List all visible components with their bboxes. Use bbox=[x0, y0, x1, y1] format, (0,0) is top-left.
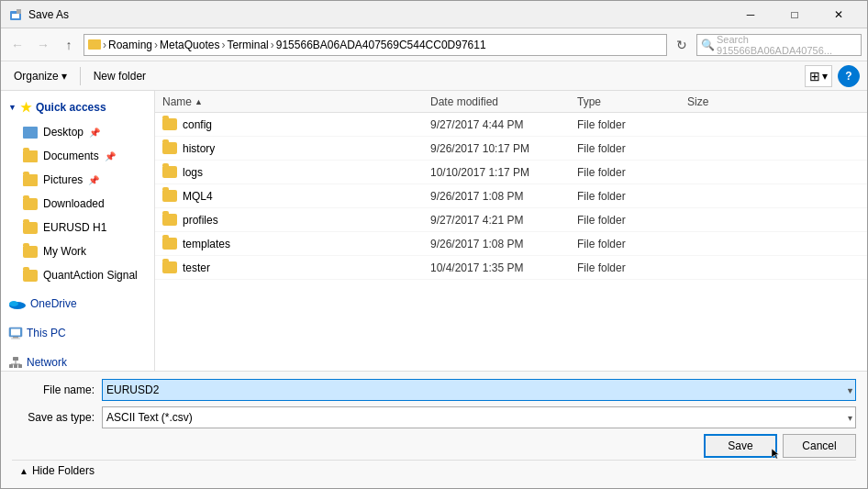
folder-icon bbox=[23, 222, 38, 234]
folder-icon bbox=[162, 238, 177, 250]
file-name-cell: tester bbox=[155, 261, 430, 274]
organize-button[interactable]: Organize ▾ bbox=[8, 65, 72, 87]
quick-access-header[interactable]: ▼ ★ Quick access bbox=[1, 94, 154, 120]
thispc-label: This PC bbox=[27, 327, 66, 339]
sidebar-item-mywork[interactable]: My Work bbox=[1, 239, 154, 263]
sidebar-item-label: QuantAction Signal bbox=[43, 269, 138, 282]
breadcrumb-item bbox=[88, 39, 101, 50]
column-date-header[interactable]: Date modified bbox=[430, 95, 577, 108]
file-name: history bbox=[183, 142, 215, 155]
file-date: 9/26/2017 10:17 PM bbox=[430, 142, 577, 155]
sidebar-item-pictures[interactable]: Pictures 📌 bbox=[1, 168, 154, 192]
table-row[interactable]: MQL4 9/26/2017 1:08 PM File folder bbox=[155, 184, 867, 208]
sidebar-item-documents[interactable]: Documents 📌 bbox=[1, 144, 154, 168]
buttons-row: Save Cancel bbox=[12, 434, 856, 458]
breadcrumb-hash: 915566BA06ADA407569C544CC0D97611 bbox=[276, 39, 486, 51]
refresh-button[interactable]: ↻ bbox=[671, 34, 693, 56]
savetype-select[interactable]: ASCII Text (*.csv) bbox=[102, 406, 856, 428]
pin-icon: 📌 bbox=[89, 128, 100, 138]
bottom-section: File name: ▾ Save as type: ASCII Text (*… bbox=[1, 371, 867, 488]
thispc-item[interactable]: This PC bbox=[1, 320, 154, 346]
svg-marker-15 bbox=[772, 449, 779, 459]
desktop-icon bbox=[23, 127, 38, 139]
address-bar: ← → ↑ › Roaming › MetaQuotes › Terminal … bbox=[1, 28, 867, 61]
file-name: config bbox=[183, 118, 212, 131]
quick-access-section: ▼ ★ Quick access Desktop 📌 Documents 📌 bbox=[1, 94, 154, 287]
forward-button[interactable]: → bbox=[32, 34, 54, 56]
minimize-button[interactable]: ─ bbox=[729, 1, 772, 28]
onedrive-label: OneDrive bbox=[30, 297, 77, 310]
onedrive-item[interactable]: OneDrive bbox=[1, 291, 154, 317]
svg-point-4 bbox=[9, 301, 18, 306]
svg-rect-9 bbox=[13, 357, 18, 361]
file-type: File folder bbox=[577, 190, 687, 203]
table-row[interactable]: logs 10/10/2017 1:17 PM File folder bbox=[155, 161, 867, 184]
cancel-button[interactable]: Cancel bbox=[783, 434, 856, 458]
file-name-cell: profiles bbox=[155, 214, 430, 227]
filename-row: File name: ▾ bbox=[12, 379, 856, 401]
view-chevron-icon: ▾ bbox=[822, 70, 828, 83]
breadcrumb[interactable]: › Roaming › MetaQuotes › Terminal › 9155… bbox=[83, 34, 667, 56]
save-button-container: Save bbox=[704, 434, 777, 458]
folder-icon bbox=[162, 190, 177, 202]
file-date: 9/27/2017 4:44 PM bbox=[430, 118, 577, 131]
sidebar-item-label: Desktop bbox=[43, 126, 83, 139]
table-row[interactable]: templates 9/26/2017 1:08 PM File folder bbox=[155, 232, 867, 256]
table-row[interactable]: history 9/26/2017 10:17 PM File folder bbox=[155, 137, 867, 161]
file-name: logs bbox=[183, 166, 203, 179]
pin-icon: 📌 bbox=[105, 151, 116, 161]
file-name-cell: MQL4 bbox=[155, 190, 430, 203]
svg-rect-12 bbox=[18, 364, 22, 368]
column-type-header[interactable]: Type bbox=[577, 95, 687, 108]
close-button[interactable]: ✕ bbox=[818, 1, 860, 28]
sidebar-item-downloaded[interactable]: Downloaded bbox=[1, 192, 154, 216]
title-bar: Save As ─ □ ✕ bbox=[1, 1, 867, 28]
file-type: File folder bbox=[577, 166, 687, 179]
file-date: 9/27/2017 4:21 PM bbox=[430, 214, 577, 227]
thispc-section: This PC bbox=[1, 320, 154, 346]
folder-icon bbox=[162, 142, 177, 154]
up-button[interactable]: ↑ bbox=[58, 34, 80, 56]
sidebar-item-eurusd[interactable]: EURUSD H1 bbox=[1, 216, 154, 239]
thispc-icon bbox=[8, 327, 23, 339]
folder-icon bbox=[162, 166, 177, 178]
network-item[interactable]: Network bbox=[1, 350, 154, 371]
onedrive-icon bbox=[8, 298, 27, 309]
folder-icon bbox=[23, 198, 38, 210]
sidebar-item-quantaction[interactable]: QuantAction Signal bbox=[1, 263, 154, 287]
filename-input[interactable] bbox=[102, 379, 856, 401]
file-type: File folder bbox=[577, 261, 687, 274]
search-box[interactable]: 🔍 Search 915566BA06ADA40756... bbox=[696, 34, 862, 56]
file-type: File folder bbox=[577, 118, 687, 131]
file-type: File folder bbox=[577, 238, 687, 250]
back-button[interactable]: ← bbox=[6, 34, 28, 56]
file-date: 9/26/2017 1:08 PM bbox=[430, 190, 577, 203]
save-as-dialog: Save As ─ □ ✕ ← → ↑ › Roaming › MetaQuot… bbox=[0, 0, 868, 489]
sidebar-item-label: EURUSD H1 bbox=[43, 221, 106, 234]
sidebar: ▼ ★ Quick access Desktop 📌 Documents 📌 bbox=[1, 91, 155, 371]
dialog-title: Save As bbox=[28, 8, 69, 21]
sidebar-item-desktop[interactable]: Desktop 📌 bbox=[1, 120, 154, 144]
column-name-header[interactable]: Name ▲ bbox=[155, 95, 430, 108]
view-button[interactable]: ⊞ ▾ bbox=[805, 65, 832, 87]
breadcrumb-metaquotes: MetaQuotes bbox=[160, 39, 219, 51]
svg-rect-10 bbox=[9, 364, 13, 368]
folder-small-icon bbox=[88, 39, 101, 50]
table-row[interactable]: tester 10/4/2017 1:35 PM File folder bbox=[155, 256, 867, 280]
maximize-button[interactable]: □ bbox=[773, 1, 816, 28]
file-date: 10/10/2017 1:17 PM bbox=[430, 166, 577, 179]
file-type: File folder bbox=[577, 214, 687, 227]
file-name-cell: logs bbox=[155, 166, 430, 179]
quick-access-star-icon: ★ bbox=[20, 100, 32, 115]
hide-folders-button[interactable]: ▲ Hide Folders bbox=[12, 460, 856, 481]
table-row[interactable]: profiles 9/27/2017 4:21 PM File folder bbox=[155, 208, 867, 232]
new-folder-button[interactable]: New folder bbox=[88, 65, 151, 87]
save-button[interactable]: Save bbox=[704, 434, 777, 458]
savetype-row: Save as type: ASCII Text (*.csv) bbox=[12, 406, 856, 428]
help-button[interactable]: ? bbox=[838, 65, 860, 87]
table-row[interactable]: config 9/27/2017 4:44 PM File folder bbox=[155, 113, 867, 137]
filename-label: File name: bbox=[12, 383, 95, 396]
file-name-cell: history bbox=[155, 142, 430, 155]
network-label: Network bbox=[27, 356, 67, 369]
column-size-header[interactable]: Size bbox=[687, 95, 761, 108]
